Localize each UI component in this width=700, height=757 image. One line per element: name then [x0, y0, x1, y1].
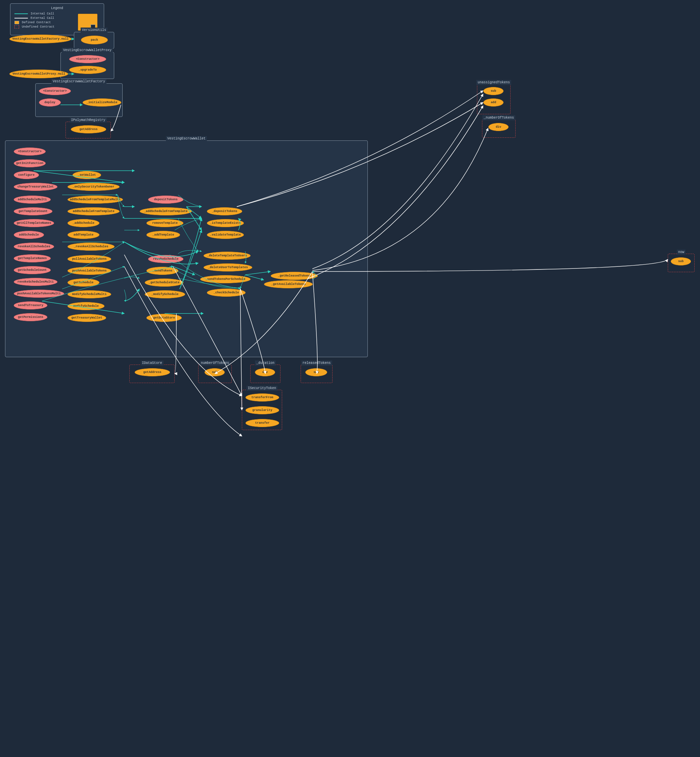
node-addschedulefromtemplate-mid: _addScheduleFromTemplate: [140, 207, 192, 215]
legend-title: Legend: [14, 6, 100, 10]
node-addschedule-int: _addSchedule: [67, 219, 99, 227]
node-onlysectoken: _onlySecurityTokenOwner: [67, 183, 120, 191]
node-modifyschedule: modifySchedule: [67, 302, 105, 310]
node-deletetemplateusers: _deleteTemplateToUsers: [203, 252, 251, 260]
node-validatetemplate: _validateTemplate: [207, 231, 244, 239]
legend-label-internal: Internal Call: [31, 12, 54, 16]
number-of-tokens-top-title: _numberOfTokens: [482, 115, 515, 120]
node-modifyschedulemulti: modifyScheduleMulti: [67, 290, 111, 298]
node-getinitfunction: getInitFunction: [14, 159, 46, 167]
node-deposittokens: depositTokens: [148, 196, 183, 203]
number-of-tokens-bot-title: numberOfTokens: [200, 361, 230, 366]
vesting-wallet-box: VestingEscrowWallet <Constructor> getIni…: [5, 141, 368, 357]
node-now-sub: sub: [671, 257, 691, 266]
node-istemplateexists: _isTemplateExists: [207, 219, 244, 227]
node-addtemplate-mid: _addTemplate: [147, 231, 180, 239]
idatastore-title: IDataStore: [141, 361, 163, 366]
node-upgradeto: _upgradeTo: [69, 66, 106, 74]
now-box: now sub: [668, 254, 695, 272]
node-wallet-constructor: <Constructor>: [14, 147, 46, 156]
legend-item-external: External Call: [14, 16, 73, 20]
internal-call-line: [14, 13, 28, 14]
vesting-proxy-title: VestingEscrowWalletProxy: [62, 48, 113, 53]
node-pullavailabletokens: pullAvailableTokens: [67, 255, 111, 263]
node-factory-constructor: <Constructor>: [39, 87, 71, 95]
external-call-line: [14, 18, 28, 19]
node-gettemplatecount: getTemplateCount: [14, 207, 52, 215]
node-addschedulefromtemplate-int: addScheduleFromTemplate: [67, 207, 120, 215]
node-getreleasedtokens-inner: _getReleasedTokens: [271, 272, 318, 280]
node-transferfrom: transferFrom: [245, 393, 279, 402]
number-of-tokens-bot-box: numberOfTokens sub: [198, 364, 232, 383]
node-pushavailablemulti: pushAvailableTokensMulti: [14, 289, 64, 298]
node-getpermissions: getPermissions: [14, 313, 47, 321]
version-utils-title: VersionUtils: [81, 28, 108, 33]
node-gettempnames: getTemplateNames: [14, 254, 51, 263]
node-vestingproxy-null: VestingEscrowWalletProxy.null: [9, 70, 68, 78]
node-addschedulefromtemplatemulti: addScheduleFromTemplateMulti: [67, 196, 123, 203]
duration-box: _duration div: [250, 364, 280, 383]
node-revokeallschedules-int: _revokeAllSchedules: [67, 242, 114, 251]
node-getschedulecount: getScheduleCount: [14, 266, 51, 274]
node-unassigned-add: add: [483, 99, 503, 106]
now-title: now: [677, 250, 686, 255]
node-granularity: granularity: [245, 406, 279, 414]
node-getaddress-poly: getAddress: [71, 125, 106, 133]
node-removetemplate: removeTemplate: [147, 219, 183, 227]
node-getschedule: getSchedule: [67, 278, 99, 286]
node-getdatastore: getDataStore: [147, 314, 182, 322]
node-modifyschedule-mid: _modifySchedule: [145, 290, 185, 298]
node-changetreasury: changeTreasuryWallet: [14, 183, 58, 191]
node-numtokens-top-div: div: [488, 123, 509, 131]
node-revokeschedulesmulti: revokeSchedulesMulti: [14, 278, 58, 286]
node-getalltempnames: getAllTemplateNames: [14, 219, 54, 227]
node-released-sub: sub: [305, 368, 327, 376]
node-getschedulestate: _getScheduleState: [145, 278, 183, 286]
legend-item-undefined: Undefined Contract: [14, 25, 73, 28]
isecuritytoken-box: ISecurityToken transferFrom granularity …: [242, 390, 282, 430]
node-duration-div: div: [255, 368, 275, 376]
vesting-proxy-box: VestingEscrowWalletProxy <Constructor> _…: [61, 52, 114, 79]
node-deposittokens-int: _depositTokens: [207, 207, 242, 215]
node-numtokens-bot-sub: sub: [205, 368, 225, 376]
node-configure: configure: [14, 171, 39, 179]
node-revokeallschedules-pub: revokeAllSchedules: [14, 242, 54, 251]
node-pushavailabletokens: pushAvailableTokens: [67, 267, 111, 275]
unassigned-tokens-box: unassignedTokens sub add: [477, 84, 511, 114]
node-sendtokensperschedule: _sendTokensPerSchedule: [200, 275, 251, 283]
node-addschedulemulti: addScheduleMulti: [14, 196, 51, 203]
undefined-contract-icon: [14, 25, 19, 28]
node-initialize-module: _initializeModule: [83, 99, 121, 106]
released-tokens-title: releasedTokens: [301, 361, 332, 366]
legend-item-defined: Defined Contract: [14, 21, 73, 24]
node-getaddress-data: getAddress: [135, 368, 170, 376]
node-unassigned-sub: sub: [483, 87, 503, 95]
node-checkschedule: _checkSchedule: [207, 289, 245, 297]
node-addschedule-pub: addSchedule: [14, 231, 44, 239]
version-utils-box: VersionUtils pack: [74, 32, 114, 49]
unassigned-tokens-title: unassignedTokens: [476, 80, 511, 85]
idatastore-box: IDataStore getAddress: [129, 364, 175, 383]
node-transfer: transfer: [245, 419, 279, 427]
legend-label-defined: Defined Contract: [22, 21, 51, 24]
diagram-container: Legend Internal Call External Call Defin…: [0, 0, 700, 757]
node-getavailabletokens-inner: _getAvailableTokens: [264, 280, 313, 288]
node-sendtotreasury: sendToTreasury: [14, 301, 47, 310]
number-of-tokens-top-box: _numberOfTokens div: [482, 119, 516, 138]
node-pack: pack: [81, 36, 108, 44]
node-deleteusertemplates: _deleteUserToTemplates: [203, 263, 252, 272]
vesting-factory-box: VestingEscrowWalletFactory <Constructor>…: [35, 83, 123, 117]
defined-contract-icon: [14, 21, 19, 24]
legend-label-external: External Call: [31, 16, 54, 20]
node-vestingfactory-null: VestingEscrowWalletFactory.null: [9, 34, 72, 43]
node-addtemplate-int: addTemplate: [67, 231, 99, 239]
node-proxy-constructor: <Constructor>: [69, 55, 106, 63]
duration-title: _duration: [255, 361, 276, 366]
legend-item-internal: Internal Call: [14, 12, 73, 16]
isecuritytoken-title: ISecurityToken: [247, 386, 277, 391]
node-sendtokens: _sendTokens: [147, 267, 178, 275]
released-tokens-box: releasedTokens sub: [301, 364, 333, 383]
vesting-factory-title: VestingEscrowWalletFactory: [52, 79, 106, 84]
ipolymathregistry-title: IPolymathRegistry: [70, 117, 106, 123]
node-gettreasurywall: getTreasuryWallet: [67, 314, 106, 322]
